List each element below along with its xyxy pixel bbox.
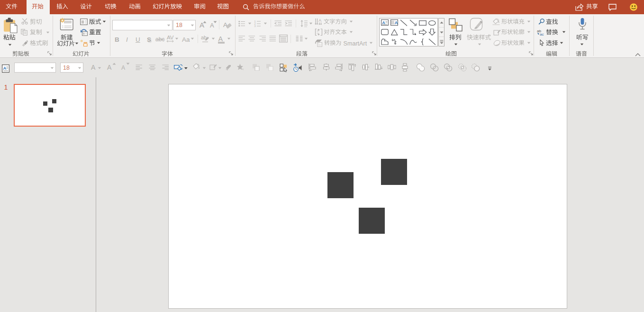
svg-text:ac: ac [540,32,544,36]
svg-text:A: A [395,20,398,25]
svg-text:3: 3 [254,25,256,27]
svg-text:A: A [318,18,321,23]
svg-text:A: A [3,65,7,71]
svg-text:A: A [382,20,385,25]
